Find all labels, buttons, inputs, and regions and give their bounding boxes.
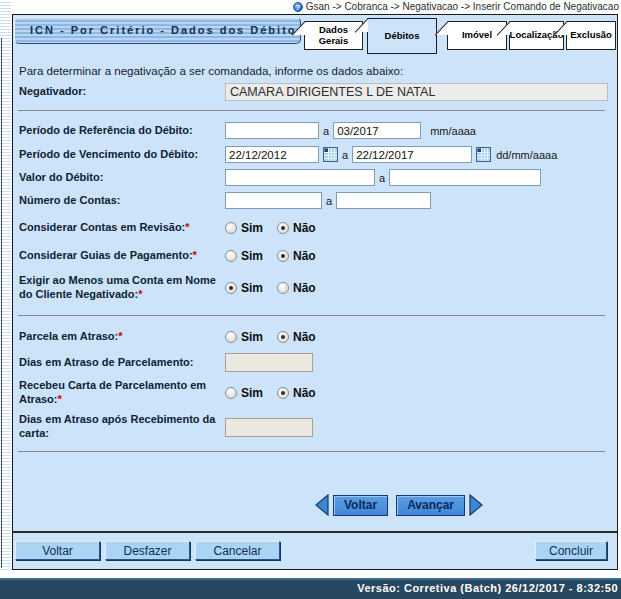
recebeu-carta-label: Recebeu Carta de Parcelamento em Atraso:…: [19, 379, 225, 407]
exigir-row: Exigir ao Menos uma Conta em Nome do Cli…: [15, 273, 617, 303]
tab-dados-gerais[interactable]: Dados Gerais: [304, 21, 363, 50]
parcela-label: Parcela em Atraso:*: [19, 330, 225, 344]
dias-carta-label: Dias em Atraso após Recebimento da carta…: [19, 413, 225, 441]
guias-nao-label: Não: [293, 249, 316, 263]
cancelar-button[interactable]: Cancelar: [195, 541, 280, 560]
recebeu-carta-sim-label: Sim: [241, 386, 263, 400]
separator: [18, 110, 605, 111]
dias-parcelamento-label: Dias em Atraso de Parcelamento:: [19, 356, 225, 370]
referencia-from-input[interactable]: [225, 122, 319, 139]
recebeu-carta-sim-radio[interactable]: [225, 387, 237, 399]
exigir-nao-radio[interactable]: [277, 282, 289, 294]
guias-sim-label: Sim: [241, 249, 263, 263]
calendar-icon[interactable]: [323, 147, 338, 162]
guias-sim-radio[interactable]: [225, 250, 237, 262]
voltar-button[interactable]: Voltar: [15, 541, 100, 560]
tab-imovel[interactable]: Imóvel: [447, 21, 507, 50]
parcela-nao-radio[interactable]: [277, 331, 289, 343]
valor-row: Valor do Débito: a: [15, 169, 617, 186]
vencimento-to-input[interactable]: [352, 146, 472, 163]
parcela-row: Parcela em Atraso:* Sim Não: [15, 330, 617, 344]
tab-exclusao[interactable]: Exclusão: [566, 21, 616, 50]
separator: [18, 451, 605, 452]
version-text: Versão: Corretiva (Batch) 26/12/2017 - 8…: [357, 582, 618, 594]
contas-row: Número de Contas: a: [15, 192, 617, 209]
valor-to-input[interactable]: [389, 169, 541, 186]
instruction-text: Para determinar a negativação a ser coma…: [19, 65, 617, 77]
exigir-sim-radio[interactable]: [225, 282, 237, 294]
required-asterisk: *: [193, 249, 197, 261]
vencimento-row: Período de Vencimento do Débito: a dd/mm…: [15, 146, 617, 163]
valor-from-input[interactable]: [225, 169, 375, 186]
valor-label: Valor do Débito:: [19, 171, 225, 185]
tab-navigation: Voltar Avançar: [15, 494, 617, 516]
previous-tab-arrow-icon[interactable]: [315, 494, 329, 516]
version-footer: Versão: Corretiva (Batch) 26/12/2017 - 8…: [0, 578, 621, 599]
vencimento-label: Período de Vencimento do Débito:: [19, 148, 225, 162]
recebeu-carta-nao-radio[interactable]: [277, 387, 289, 399]
recebeu-carta-nao-label: Não: [293, 386, 316, 400]
negativador-value: CAMARA DIRIGENTES L DE NATAL: [225, 83, 608, 101]
dias-carta-input: [225, 418, 313, 437]
parcela-nao-label: Não: [293, 330, 316, 344]
revisao-sim-label: Sim: [241, 221, 263, 235]
referencia-format-hint: mm/aaaa: [430, 125, 476, 137]
form-content: Para determinar a negativação a ser coma…: [13, 65, 617, 531]
nav-voltar-button[interactable]: Voltar: [333, 495, 388, 516]
next-tab-arrow-icon[interactable]: [469, 494, 483, 516]
required-asterisk: *: [185, 221, 189, 233]
negativador-row: Negativador: CAMARA DIRIGENTES L DE NATA…: [15, 83, 617, 101]
contas-to-input[interactable]: [336, 192, 431, 209]
range-conjunction: a: [342, 149, 348, 161]
contas-label: Número de Contas:: [19, 194, 225, 208]
left-frame-border: [1, 38, 2, 568]
referencia-label: Período de Referência do Débito:: [19, 124, 225, 138]
referencia-row: Período de Referência do Débito: a mm/aa…: [15, 122, 617, 139]
guias-row: Considerar Guias de Pagamento:* Sim Não: [15, 249, 617, 263]
contas-from-input[interactable]: [225, 192, 322, 209]
vencimento-format-hint: dd/mm/aaaa: [496, 149, 557, 161]
revisao-row: Considerar Contas em Revisão:* Sim Não: [15, 221, 617, 235]
guias-nao-radio[interactable]: [277, 250, 289, 262]
header: ICN - Por Critério - Dados dos Débitos D…: [13, 15, 617, 59]
revisao-sim-radio[interactable]: [225, 222, 237, 234]
page-title: ICN - Por Critério - Dados dos Débitos: [14, 17, 301, 44]
main-panel: ICN - Por Critério - Dados dos Débitos D…: [12, 14, 618, 570]
parcela-sim-radio[interactable]: [225, 331, 237, 343]
exigir-nao-label: Não: [293, 281, 316, 295]
revisao-label: Considerar Contas em Revisão:*: [19, 221, 225, 235]
revisao-nao-label: Não: [293, 221, 316, 235]
separator: [18, 315, 605, 316]
tab-localizacao[interactable]: Localização: [509, 21, 564, 50]
range-conjunction: a: [326, 195, 332, 207]
help-icon[interactable]: ?: [293, 2, 303, 12]
calendar-icon[interactable]: [476, 147, 491, 162]
nav-avancar-button[interactable]: Avançar: [396, 495, 465, 516]
exigir-label: Exigir ao Menos uma Conta em Nome do Cli…: [19, 274, 225, 302]
dias-parcelamento-row: Dias em Atraso de Parcelamento:: [15, 353, 617, 372]
negativador-label: Negativador:: [19, 85, 225, 99]
recebeu-carta-row: Recebeu Carta de Parcelamento em Atraso:…: [15, 378, 617, 408]
revisao-nao-radio[interactable]: [277, 222, 289, 234]
guias-label: Considerar Guias de Pagamento:*: [19, 249, 225, 263]
breadcrumb: ? Gsan -> Cobranca -> Negativacao -> Ins…: [13, 0, 621, 13]
breadcrumb-path: Gsan -> Cobranca -> Negativacao -> Inser…: [306, 1, 619, 12]
concluir-button[interactable]: Concluir: [535, 541, 607, 560]
required-asterisk: *: [138, 288, 142, 300]
vencimento-from-input[interactable]: [225, 146, 319, 163]
range-conjunction: a: [323, 125, 329, 137]
required-asterisk: *: [58, 393, 62, 405]
referencia-to-input[interactable]: [333, 122, 421, 139]
tab-debitos[interactable]: Débitos: [367, 18, 437, 54]
range-conjunction: a: [379, 172, 385, 184]
exigir-sim-label: Sim: [241, 281, 263, 295]
action-bar: Voltar Desfazer Cancelar Concluir: [13, 533, 617, 575]
dias-parcelamento-input: [225, 353, 313, 372]
desfazer-button[interactable]: Desfazer: [105, 541, 190, 560]
dias-carta-row: Dias em Atraso após Recebimento da carta…: [15, 412, 617, 442]
required-asterisk: *: [118, 330, 122, 342]
parcela-sim-label: Sim: [241, 330, 263, 344]
